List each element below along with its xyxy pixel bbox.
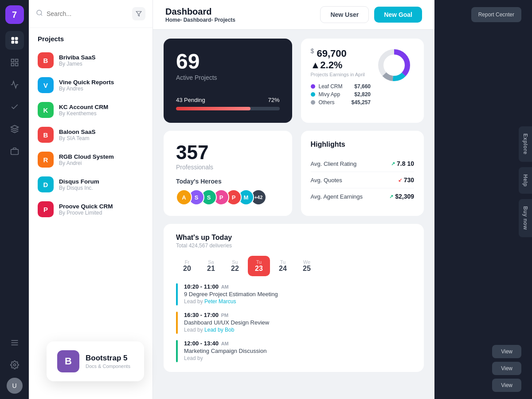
earnings-amount: $ 69,700 ▲2.2% bbox=[311, 47, 371, 71]
search-bar bbox=[29, 0, 153, 28]
trend-up-icon: ↗ bbox=[391, 161, 395, 167]
nav-icon-menu[interactable] bbox=[5, 333, 24, 352]
legend-dot bbox=[311, 84, 315, 89]
new-user-button[interactable]: New User bbox=[320, 6, 369, 23]
nav-icon-check[interactable] bbox=[5, 98, 24, 116]
bootstrap-label: Bootstrap 5 bbox=[86, 354, 130, 363]
nav-icon-briefcase[interactable] bbox=[5, 142, 24, 160]
project-info: KC Account CRM By Keenthemes bbox=[59, 104, 108, 117]
pending-row: 43 Pending 72% bbox=[176, 97, 280, 110]
nav-icon-settings[interactable] bbox=[5, 356, 24, 374]
schedule-subtitle: Total 424,567 deliveries bbox=[176, 243, 411, 249]
project-name: Vine Quick Reports bbox=[59, 79, 114, 86]
legend-item: Leaf CRM $7,660 bbox=[311, 83, 371, 90]
legend-name: Others bbox=[319, 99, 348, 106]
legend-value: $45,257 bbox=[352, 99, 371, 106]
event-lead-link[interactable]: Lead by Bob bbox=[204, 327, 234, 333]
explore-tab[interactable]: Explore bbox=[519, 126, 532, 162]
user-avatar[interactable]: U bbox=[7, 378, 23, 394]
report-center-button[interactable]: Report Cecnter bbox=[471, 7, 521, 22]
pending-pct: 72% bbox=[268, 97, 279, 103]
right-panel: Report Cecnter Explore Help Buy now View… bbox=[434, 0, 532, 399]
svg-rect-0 bbox=[11, 37, 14, 40]
highlight-label: Avg. Agent Earnings bbox=[311, 193, 363, 200]
earnings-legend: Leaf CRM $7,660 Mivy App $2,820 Others $… bbox=[311, 83, 371, 106]
earnings-value: 69,700 bbox=[317, 48, 346, 59]
project-by: By Proove Limited bbox=[59, 210, 113, 216]
calendar-day[interactable]: Tu 23 bbox=[248, 256, 270, 276]
highlight-value: ↗ $2,309 bbox=[389, 193, 414, 200]
event-time: 10:20 - 11:00 AM bbox=[184, 283, 278, 290]
project-info: Briviba SaaS By James bbox=[59, 54, 96, 67]
project-item[interactable]: B Baloon SaaS By SIA Team bbox=[34, 122, 147, 147]
project-item[interactable]: V Vine Quick Reports By Andres bbox=[34, 73, 147, 98]
bootstrap-card[interactable]: B Bootstrap 5 Docs & Components bbox=[47, 341, 144, 381]
svg-rect-5 bbox=[15, 59, 18, 62]
event-name: Dashboard UI/UX Design Review bbox=[184, 319, 269, 326]
legend-dot bbox=[311, 92, 315, 97]
nav-icon-grid[interactable] bbox=[5, 53, 24, 72]
earnings-card: $ 69,700 ▲2.2% Projects Earnings in Apri… bbox=[301, 39, 424, 123]
event-time: 12:00 - 13:40 AM bbox=[184, 340, 266, 347]
nav-icon-home[interactable] bbox=[5, 31, 24, 50]
calendar-day[interactable]: Su 22 bbox=[224, 256, 246, 276]
new-goal-button[interactable]: New Goal bbox=[374, 7, 422, 23]
highlight-row: Avg. Agent Earnings ↗ $2,309 bbox=[311, 188, 415, 204]
nav-icon-layers[interactable] bbox=[5, 120, 24, 138]
breadcrumb: Dashboard Home- Dashboard- Projects bbox=[165, 7, 235, 23]
calendar-day[interactable]: Tu 24 bbox=[272, 256, 294, 276]
event-ampm: PM bbox=[221, 313, 229, 318]
event-time: 16:30 - 17:00 PM bbox=[184, 312, 269, 318]
project-by: By James bbox=[59, 61, 96, 67]
filter-icon[interactable] bbox=[132, 7, 145, 20]
day-number: 24 bbox=[279, 265, 287, 273]
event-bar bbox=[176, 283, 178, 305]
legend-dot bbox=[311, 100, 315, 105]
event-bar bbox=[176, 312, 178, 334]
event-info: 12:00 - 13:40 AM Marketing Campaign Disc… bbox=[184, 340, 266, 361]
project-icon: P bbox=[38, 201, 54, 217]
svg-point-13 bbox=[13, 364, 16, 366]
buy-now-tab[interactable]: Buy now bbox=[519, 199, 532, 237]
highlight-label: Avg. Quotes bbox=[311, 177, 342, 184]
calendar-day[interactable]: Sa 21 bbox=[200, 256, 222, 276]
professionals-card: 357 Professionals Today's Heroes ASSPPM+… bbox=[164, 131, 292, 216]
view-button-3[interactable]: View bbox=[492, 379, 521, 392]
svg-point-14 bbox=[37, 10, 42, 15]
project-name: Proove Quick CRM bbox=[59, 203, 113, 210]
project-item[interactable]: K KC Account CRM By Keenthemes bbox=[34, 98, 147, 122]
earnings-left: $ 69,700 ▲2.2% Projects Earnings in Apri… bbox=[311, 47, 371, 106]
bootstrap-icon: B bbox=[57, 350, 79, 372]
nav-icon-chart[interactable] bbox=[5, 75, 24, 94]
row-mid-cards: 357 Professionals Today's Heroes ASSPPM+… bbox=[164, 131, 424, 216]
project-icon: K bbox=[38, 102, 54, 118]
help-tab[interactable]: Help bbox=[519, 167, 532, 194]
active-projects-label: Active Projects bbox=[176, 74, 280, 81]
project-info: RGB Cloud System By Andrei bbox=[59, 153, 114, 166]
project-name: Baloon SaaS bbox=[59, 129, 96, 135]
calendar-day[interactable]: Fr 20 bbox=[176, 256, 198, 276]
trend-up-icon: ↗ bbox=[389, 194, 393, 200]
event-bar bbox=[176, 340, 178, 362]
day-name: We bbox=[303, 259, 310, 265]
project-item[interactable]: R RGB Cloud System By Andrei bbox=[34, 147, 147, 172]
highlight-value: ↗ 7.8 10 bbox=[391, 160, 414, 167]
user-number-badge[interactable]: 7 bbox=[5, 5, 24, 24]
calendar-day[interactable]: We 25 bbox=[296, 256, 318, 276]
event-ampm: AM bbox=[221, 284, 229, 289]
event-lead-link[interactable]: Peter Marcus bbox=[204, 298, 236, 305]
view-button-1[interactable]: View bbox=[492, 345, 521, 358]
project-by: By Andres bbox=[59, 86, 114, 92]
view-button-2[interactable]: View bbox=[492, 362, 521, 375]
day-name: Tu bbox=[256, 259, 262, 265]
day-number: 23 bbox=[255, 265, 263, 273]
project-item[interactable]: P Proove Quick CRM By Proove Limited bbox=[34, 197, 147, 222]
active-projects-card: 69 Active Projects 43 Pending 72% bbox=[164, 39, 292, 123]
legend-item: Mivy App $2,820 bbox=[311, 91, 371, 98]
project-icon: B bbox=[38, 127, 54, 143]
project-item[interactable]: D Disqus Forum By Disqus Inc. bbox=[34, 172, 147, 197]
project-item[interactable]: B Briviba SaaS By James bbox=[34, 48, 147, 73]
project-by: By Andrei bbox=[59, 160, 114, 166]
search-input[interactable] bbox=[47, 10, 129, 17]
pending-count: 43 Pending bbox=[176, 97, 205, 103]
